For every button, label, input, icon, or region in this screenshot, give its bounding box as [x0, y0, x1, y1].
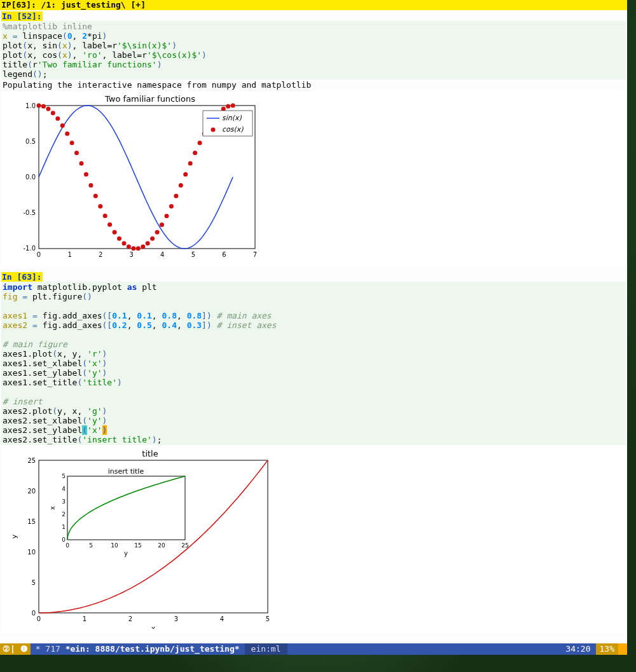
svg-point-29 [107, 223, 112, 227]
svg-text:1: 1 [62, 524, 66, 530]
svg-point-44 [179, 183, 183, 188]
window-titlebar: IP[63]: /1: just_testing\ [+] [0, 0, 627, 10]
svg-point-22 [74, 151, 79, 155]
svg-text:3: 3 [62, 498, 66, 505]
svg-text:25: 25 [181, 542, 188, 549]
svg-text:15: 15 [134, 542, 141, 549]
svg-point-42 [169, 204, 174, 209]
chart2-inset: insert title 012345 0510152025 y x [49, 467, 189, 557]
svg-text:0.5: 0.5 [25, 138, 36, 145]
svg-text:25: 25 [27, 457, 36, 464]
svg-text:3: 3 [130, 251, 134, 258]
svg-text:10: 10 [27, 549, 36, 556]
code-cell-1[interactable]: %matplotlib inline x = linspace(0, 2*pi)… [1, 21, 626, 79]
svg-point-41 [165, 214, 169, 218]
svg-point-16 [46, 107, 50, 111]
statusbar-indicator: ②| ❶ [0, 643, 31, 655]
svg-text:5: 5 [191, 251, 195, 258]
svg-text:4: 4 [160, 251, 164, 258]
cursor-position: ) [102, 425, 107, 435]
svg-text:sin(x): sin(x) [222, 114, 242, 122]
svg-text:2: 2 [128, 615, 132, 622]
svg-text:0: 0 [37, 615, 41, 622]
svg-point-31 [117, 237, 121, 241]
svg-point-45 [183, 172, 188, 177]
svg-text:5: 5 [62, 473, 66, 479]
svg-point-15 [41, 104, 46, 109]
svg-point-21 [70, 141, 74, 145]
svg-text:3: 3 [174, 615, 178, 622]
svg-text:0.0: 0.0 [25, 174, 36, 181]
svg-point-24 [84, 172, 88, 177]
chart2-title: title [142, 449, 158, 458]
svg-point-27 [98, 204, 102, 209]
chart-2-svg: title 0510152025 012345 x y insert [4, 448, 277, 629]
svg-point-17 [51, 111, 55, 115]
svg-text:7: 7 [253, 251, 257, 258]
magic-command: %matplotlib inline [3, 22, 92, 31]
svg-text:cos(x): cos(x) [222, 125, 244, 134]
svg-text:-0.5: -0.5 [23, 209, 36, 216]
svg-text:1.0: 1.0 [25, 102, 36, 109]
chart1-legend: sin(x) cos(x) [203, 111, 252, 136]
svg-point-36 [141, 245, 145, 249]
svg-text:1: 1 [67, 251, 71, 258]
svg-point-55 [231, 104, 235, 108]
scroll-percentage: 13% [596, 643, 618, 655]
svg-point-35 [136, 246, 141, 250]
svg-text:1: 1 [83, 615, 86, 622]
chart1-title: Two familiar functions [104, 94, 195, 104]
svg-text:x: x [49, 506, 56, 510]
mode-line: ②| ❶ * 717 *ein: 8888/test.ipynb/just_te… [0, 643, 627, 655]
buffer-name: *ein: 8888/test.ipynb/just_testing* [66, 644, 240, 654]
cell-prompt-2: In [63]: [1, 272, 43, 282]
svg-text:0: 0 [32, 610, 36, 617]
svg-text:6: 6 [222, 251, 226, 258]
svg-text:20: 20 [158, 542, 165, 549]
chart-2-output: title 0510152025 012345 x y insert [1, 445, 626, 633]
svg-point-20 [65, 132, 69, 136]
svg-point-47 [193, 151, 197, 155]
svg-point-53 [221, 107, 226, 111]
svg-point-30 [113, 230, 117, 235]
svg-point-46 [188, 161, 193, 166]
svg-point-14 [37, 104, 41, 108]
svg-point-33 [127, 245, 131, 249]
svg-point-59 [211, 128, 216, 132]
cursor-position-indicator: 34:20 [560, 643, 595, 655]
svg-point-48 [198, 141, 202, 145]
svg-text:15: 15 [27, 518, 36, 525]
chart-1-output: Two familiar functions 1.0 0.5 0.0 -0.5 … [1, 90, 626, 266]
svg-point-40 [160, 223, 164, 227]
svg-text:2: 2 [99, 251, 102, 258]
svg-point-28 [103, 214, 107, 218]
cell-prompt-1: In [52]: [1, 11, 43, 21]
svg-text:10: 10 [111, 542, 118, 549]
svg-point-23 [80, 161, 84, 166]
major-mode: ein:ml [245, 643, 287, 655]
svg-point-19 [60, 123, 65, 128]
code-cell-2[interactable]: import matplotlib.pyplot as plt fig = pl… [1, 282, 626, 445]
svg-text:5: 5 [89, 542, 93, 549]
svg-text:0: 0 [66, 542, 69, 549]
svg-point-34 [131, 246, 135, 250]
editor-window: IP[63]: /1: just_testing\ [+] In [52]: %… [0, 0, 627, 655]
svg-point-25 [88, 183, 93, 188]
svg-point-32 [122, 241, 127, 245]
svg-point-37 [146, 241, 150, 245]
svg-text:4: 4 [220, 615, 224, 622]
svg-text:2: 2 [62, 511, 66, 518]
svg-point-38 [150, 237, 155, 241]
svg-text:y: y [10, 534, 18, 538]
cell-1-output-text: Populating the interactive namespace fro… [1, 79, 626, 90]
svg-rect-76 [67, 476, 185, 540]
svg-text:-1.0: -1.0 [23, 245, 36, 252]
svg-text:x: x [151, 624, 156, 629]
buffer-content[interactable]: In [52]: %matplotlib inline x = linspace… [0, 10, 627, 643]
svg-text:5: 5 [32, 579, 36, 586]
svg-point-54 [226, 104, 230, 109]
chart-1-svg: Two familiar functions 1.0 0.5 0.0 -0.5 … [4, 93, 258, 261]
statusbar-end-block [618, 643, 627, 655]
svg-text:0: 0 [37, 251, 41, 258]
svg-text:y: y [124, 550, 128, 557]
